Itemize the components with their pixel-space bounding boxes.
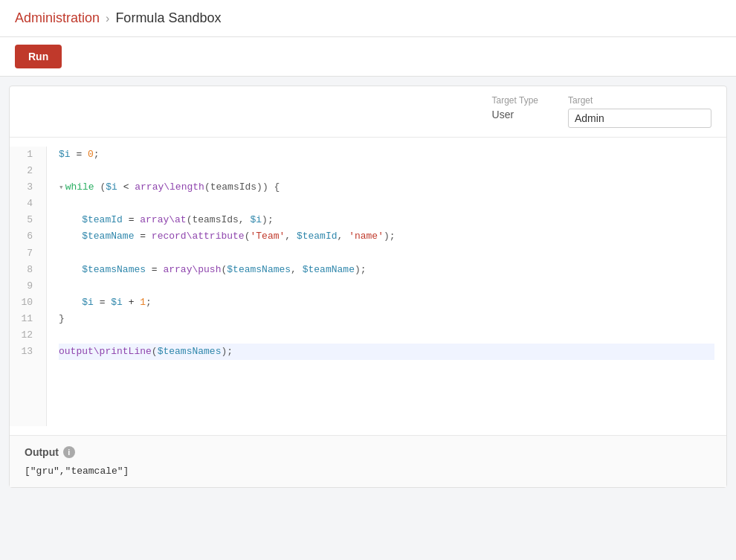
ln-12: 12 (19, 327, 37, 344)
code-line-5: $teamId = array\at(teamsIds, $i); (59, 212, 714, 228)
output-value: ["gru","teamcale"] (25, 466, 129, 477)
ln-8: 8 (19, 262, 37, 278)
code-line-12 (59, 327, 714, 344)
code-editor[interactable]: 1 2 3 4 5 6 7 8 9 10 11 12 13 $i = 0; ▾w… (10, 138, 726, 435)
ln-4: 4 (19, 196, 37, 212)
ln-2: 2 (19, 163, 37, 179)
main-panel: Target Type User Target 1 2 3 4 5 6 7 8 … (9, 86, 727, 488)
breadcrumb-page-title: Formula Sandbox (115, 10, 221, 26)
breadcrumb-admin-link[interactable]: Administration (15, 10, 100, 26)
run-button[interactable]: Run (15, 45, 62, 68)
ln-6: 6 (19, 228, 37, 245)
target-input[interactable] (568, 109, 711, 128)
code-line-6: $teamName = record\attribute('Team', $te… (59, 228, 714, 245)
target-group: Target (568, 95, 711, 128)
ln-3: 3 (19, 179, 37, 196)
code-line-13: output\printLine($teamsNames); (59, 344, 714, 360)
ln-7: 7 (19, 245, 37, 262)
toolbar: Run (0, 37, 736, 77)
output-section: Output i ["gru","teamcale"] (10, 435, 726, 487)
ln-10: 10 (19, 295, 37, 311)
code-line-11: } (59, 311, 714, 327)
breadcrumb: Administration › Formula Sandbox (0, 0, 736, 37)
ln-13: 13 (19, 344, 37, 360)
target-type-label: Target Type (492, 95, 538, 106)
code-line-2 (59, 163, 714, 179)
code-line-8: $teamsNames = array\push($teamsNames, $t… (59, 262, 714, 278)
code-line-10: $i = $i + 1; (59, 295, 714, 311)
output-header: Output i (25, 446, 711, 458)
target-row: Target Type User Target (10, 86, 726, 138)
target-label: Target (568, 95, 711, 106)
output-info-icon[interactable]: i (63, 446, 75, 458)
code-line-1: $i = 0; (59, 147, 714, 163)
ln-9: 9 (19, 278, 37, 295)
output-label: Output (25, 446, 59, 458)
code-content[interactable]: $i = 0; ▾while ($i < array\length(teamsI… (47, 147, 726, 426)
ln-11: 11 (19, 311, 37, 327)
code-line-4 (59, 196, 714, 212)
breadcrumb-separator: › (106, 12, 109, 25)
code-line-9 (59, 278, 714, 295)
code-line-7 (59, 245, 714, 262)
target-type-value: User (492, 109, 538, 120)
ln-1: 1 (19, 147, 37, 163)
ln-5: 5 (19, 212, 37, 228)
code-line-3: ▾while ($i < array\length(teamsIds)) { (59, 179, 714, 196)
line-numbers: 1 2 3 4 5 6 7 8 9 10 11 12 13 (10, 147, 47, 426)
target-type-group: Target Type User (492, 95, 538, 120)
